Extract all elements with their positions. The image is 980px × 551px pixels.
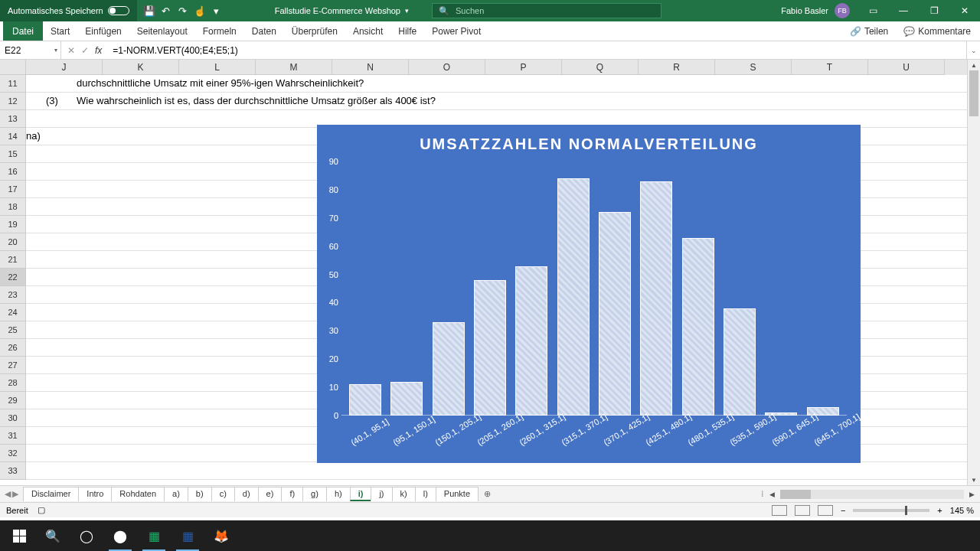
horizontal-scrollbar[interactable]: ⁞ ◀ ▶ <box>497 489 980 499</box>
cancel-icon[interactable]: ✕ <box>67 45 75 56</box>
hscroll-right-icon[interactable]: ▶ <box>967 491 977 498</box>
sheet-tab[interactable]: f) <box>281 487 303 501</box>
fx-icon[interactable]: fx <box>95 45 102 56</box>
add-sheet-button[interactable]: ⊕ <box>478 489 497 499</box>
search-bar[interactable]: 🔍 Suchen <box>432 3 662 18</box>
column-header-O[interactable]: O <box>409 60 485 75</box>
sheet-tab[interactable]: Disclaimer <box>23 487 79 501</box>
row-header-18[interactable]: 18 <box>0 198 26 216</box>
chart-bar[interactable] <box>682 238 714 416</box>
minimize-icon[interactable]: — <box>888 0 919 21</box>
sheet-tab[interactable]: Intro <box>78 487 112 501</box>
undo-icon[interactable]: ↶ <box>160 5 172 17</box>
column-header-J[interactable]: J <box>26 60 103 75</box>
maximize-icon[interactable]: ❐ <box>919 0 949 21</box>
row-header-14[interactable]: 14 <box>0 128 26 145</box>
tab-start[interactable]: Start <box>43 21 77 41</box>
close-icon[interactable]: ✕ <box>949 0 980 21</box>
row-header-27[interactable]: 27 <box>0 357 26 374</box>
taskbar-search-icon[interactable]: 🔍 <box>37 520 69 551</box>
row-header-13[interactable]: 13 <box>0 110 26 128</box>
chart-bar[interactable] <box>349 384 381 416</box>
start-button[interactable] <box>3 520 35 551</box>
hscroll-left-icon[interactable]: ◀ <box>767 491 777 498</box>
macro-record-icon[interactable]: ▢ <box>38 505 45 515</box>
sheet-tab[interactable]: i) <box>350 487 372 501</box>
row-header-12[interactable]: 12 <box>0 93 26 110</box>
tab-überprüfen[interactable]: Überprüfen <box>284 21 345 41</box>
formula-expand-icon[interactable]: ⌄ <box>966 41 980 59</box>
taskbar-firefox-icon[interactable]: 🦊 <box>205 520 237 551</box>
tab-power pivot[interactable]: Power Pivot <box>424 21 488 41</box>
comments-button[interactable]: 💬Kommentare <box>897 26 977 37</box>
tab-formeln[interactable]: Formeln <box>195 21 244 41</box>
tab-seitenlayout[interactable]: Seitenlayout <box>129 21 195 41</box>
tab-daten[interactable]: Daten <box>244 21 284 41</box>
sheet-tab[interactable]: Punkte <box>436 487 479 501</box>
column-header-U[interactable]: U <box>868 60 945 75</box>
row-header-22[interactable]: 22 <box>0 269 26 286</box>
scroll-up-icon[interactable]: ▲ <box>968 60 980 70</box>
tab-file[interactable]: Datei <box>3 21 43 41</box>
autosave-toggle[interactable]: Automatisches Speichern <box>0 0 137 21</box>
sheet-tab[interactable]: k) <box>392 487 416 501</box>
sheet-nav[interactable]: ◀▶ <box>0 489 23 499</box>
taskbar-word-icon[interactable]: ▦ <box>172 520 204 551</box>
chart-bar[interactable] <box>390 382 423 416</box>
zoom-slider[interactable] <box>853 509 929 512</box>
row-header-25[interactable]: 25 <box>0 321 26 339</box>
vertical-scrollbar[interactable]: ▲ ▼ <box>967 60 980 485</box>
zoom-in-icon[interactable]: + <box>937 506 942 515</box>
scroll-thumb[interactable] <box>969 70 978 116</box>
column-header-N[interactable]: N <box>332 60 409 75</box>
sheet-tab[interactable]: g) <box>302 487 327 501</box>
row-header-33[interactable]: 33 <box>0 462 26 480</box>
sheet-tab[interactable]: h) <box>326 487 351 501</box>
formula-input[interactable]: =1-NORM.VERT(400;E4;E5;1) <box>108 41 966 59</box>
row-header-31[interactable]: 31 <box>0 427 26 445</box>
ribbon-display-icon[interactable]: ▭ <box>858 0 888 21</box>
cells-grid[interactable]: durchschnittliche Umsatz mit einer 95%-i… <box>26 75 967 485</box>
chart-bar[interactable] <box>557 178 590 416</box>
enter-icon[interactable]: ✓ <box>81 45 89 56</box>
row-header-26[interactable]: 26 <box>0 339 26 357</box>
scroll-down-icon[interactable]: ▼ <box>968 474 980 485</box>
row-header-24[interactable]: 24 <box>0 304 26 321</box>
qat-more-icon[interactable]: ▾ <box>211 5 223 17</box>
row-header-30[interactable]: 30 <box>0 409 26 427</box>
row-header-16[interactable]: 16 <box>0 163 26 181</box>
sheet-tab[interactable]: c) <box>211 487 235 501</box>
view-normal-icon[interactable] <box>772 505 787 516</box>
row-header-21[interactable]: 21 <box>0 251 26 269</box>
row-header-20[interactable]: 20 <box>0 233 26 251</box>
tab-hilfe[interactable]: Hilfe <box>390 21 424 41</box>
sheet-tab[interactable]: l) <box>415 487 436 501</box>
sheet-tab[interactable]: e) <box>258 487 283 501</box>
tab-einfügen[interactable]: Einfügen <box>77 21 129 41</box>
column-header-P[interactable]: P <box>485 60 562 75</box>
share-button[interactable]: 🔗Teilen <box>844 26 894 37</box>
name-box[interactable]: E22 <box>0 41 61 59</box>
chart-bar[interactable] <box>640 181 672 416</box>
chart-bar[interactable] <box>474 280 506 416</box>
chart-bar[interactable] <box>599 212 631 416</box>
chart-bar[interactable] <box>515 266 547 416</box>
sheet-tab[interactable]: d) <box>234 487 259 501</box>
column-header-K[interactable]: K <box>103 60 179 75</box>
row-header-17[interactable]: 17 <box>0 181 26 198</box>
user-account[interactable]: Fabio Basler FB <box>773 3 858 18</box>
toggle-switch[interactable] <box>108 6 129 15</box>
touch-mode-icon[interactable]: ☝ <box>194 5 206 17</box>
taskbar-cortana-icon[interactable]: ◯ <box>70 520 103 551</box>
taskbar-obs-icon[interactable]: ⬤ <box>104 520 136 551</box>
view-page-layout-icon[interactable] <box>795 505 810 516</box>
tab-ansicht[interactable]: Ansicht <box>345 21 390 41</box>
chart-histogram[interactable]: UMSATZZAHLEN NORMALVERTEILUNG 0102030405… <box>317 125 861 463</box>
sheet-tab[interactable]: a) <box>164 487 188 501</box>
document-title[interactable]: Fallstudie E-Commerce Webshop ▾ <box>275 6 409 15</box>
taskbar-excel-icon[interactable]: ▦ <box>138 520 170 551</box>
column-header-T[interactable]: T <box>792 60 868 75</box>
row-header-28[interactable]: 28 <box>0 374 26 392</box>
chart-bar[interactable] <box>433 322 465 416</box>
column-header-Q[interactable]: Q <box>562 60 639 75</box>
